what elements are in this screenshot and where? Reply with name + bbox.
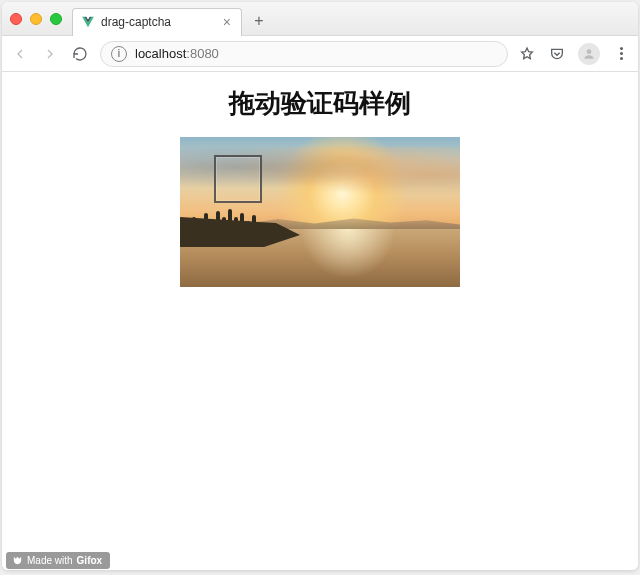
profile-avatar[interactable] (578, 43, 600, 65)
reload-button[interactable] (70, 44, 90, 64)
url-host: localhost (135, 46, 186, 61)
window-close-button[interactable] (10, 13, 22, 25)
badge-brand: Gifox (77, 555, 103, 566)
back-button[interactable] (10, 44, 30, 64)
address-bar[interactable]: i localhost:8080 (100, 41, 508, 67)
toolbar-right (518, 43, 630, 65)
window-titlebar: drag-captcha × + (2, 2, 638, 36)
window-minimize-button[interactable] (30, 13, 42, 25)
pocket-icon[interactable] (548, 45, 566, 63)
site-info-icon[interactable]: i (111, 46, 127, 62)
gifox-badge[interactable]: Made with Gifox (6, 552, 110, 569)
badge-prefix: Made with (27, 555, 73, 566)
browser-toolbar: i localhost:8080 (2, 36, 638, 72)
browser-tab[interactable]: drag-captcha × (72, 8, 242, 36)
url-port: :8080 (186, 46, 219, 61)
vue-favicon-icon (81, 15, 95, 29)
captcha-puzzle-slot[interactable] (214, 155, 262, 203)
tab-title: drag-captcha (101, 15, 215, 29)
bookmark-star-icon[interactable] (518, 45, 536, 63)
window-zoom-button[interactable] (50, 13, 62, 25)
svg-point-0 (587, 49, 592, 54)
menu-kebab-icon[interactable] (612, 45, 630, 63)
page-title: 拖动验证码样例 (2, 86, 638, 121)
gifox-icon (12, 555, 23, 566)
browser-window: drag-captcha × + i localhost:8080 (2, 2, 638, 570)
drag-captcha[interactable] (180, 137, 460, 287)
forward-button[interactable] (40, 44, 60, 64)
page-content: 拖动验证码样例 (2, 72, 638, 570)
new-tab-button[interactable]: + (248, 10, 270, 32)
tab-close-button[interactable]: × (221, 14, 233, 30)
traffic-lights (10, 13, 62, 25)
url-text: localhost:8080 (135, 46, 219, 61)
